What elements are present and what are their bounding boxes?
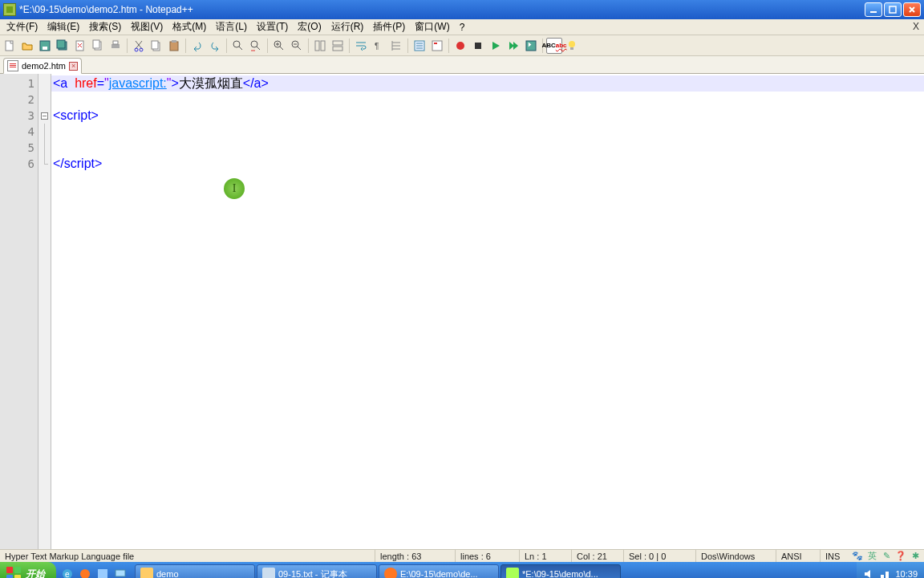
indent-guide-icon[interactable] (388, 38, 404, 54)
doc-map-icon[interactable] (429, 38, 445, 54)
tab-label: demo2.htm (22, 61, 66, 71)
find-icon[interactable] (230, 38, 246, 54)
save-macro-icon[interactable] (523, 38, 539, 54)
ql-app-icon[interactable] (95, 565, 111, 578)
window-buttons (865, 2, 921, 17)
sync-h-icon[interactable] (330, 38, 346, 54)
svg-rect-40 (881, 575, 884, 578)
line-gutter: 123456 (0, 74, 38, 549)
menu-macro[interactable]: 宏(O) (293, 18, 326, 35)
paste-icon[interactable] (166, 38, 182, 54)
menu-format[interactable]: 格式(M) (168, 18, 211, 35)
tray-volume-icon[interactable] (863, 568, 874, 578)
menu-file[interactable]: 文件(F) (2, 18, 43, 35)
svg-rect-10 (111, 44, 120, 48)
code-line-5[interactable] (51, 140, 924, 156)
stop-icon[interactable] (470, 38, 486, 54)
start-button[interactable]: 开始 (0, 562, 56, 578)
maximize-button[interactable] (884, 2, 902, 17)
status-col: Col : 21 (572, 550, 624, 562)
menu-settings[interactable]: 设置(T) (252, 18, 293, 35)
save-all-icon[interactable] (55, 38, 71, 54)
print-icon[interactable] (107, 38, 124, 54)
tab-close-icon[interactable]: × (69, 62, 78, 71)
cut-icon[interactable] (131, 38, 147, 54)
menu-plugin[interactable]: 插件(P) (368, 18, 410, 35)
svg-rect-25 (333, 47, 342, 51)
play-multi-icon[interactable] (505, 38, 521, 54)
minimize-button[interactable] (865, 2, 882, 17)
tray-gear-icon[interactable]: ✱ (910, 551, 921, 562)
code-line-2[interactable] (51, 92, 924, 108)
code-line-6[interactable]: </script> (51, 156, 924, 172)
status-tray: 🐾 英 ✎ ❓ ✱ (849, 551, 924, 562)
tray-network-icon[interactable] (879, 568, 890, 578)
lightbulb-icon[interactable] (564, 38, 580, 54)
status-length: length : 63 (375, 550, 456, 562)
play-icon[interactable] (488, 38, 504, 54)
code-area[interactable]: <a href="javascript:">大漠孤烟直</a> <script>… (51, 74, 924, 549)
show-all-icon[interactable]: ¶ (371, 38, 387, 54)
svg-rect-41 (886, 572, 889, 578)
svg-rect-22 (315, 41, 319, 51)
copy-icon[interactable] (148, 38, 164, 54)
svg-rect-16 (170, 42, 178, 51)
menubar-close[interactable]: X (913, 21, 919, 32)
ql-desktop-icon[interactable] (112, 565, 128, 578)
svg-rect-6 (57, 40, 65, 48)
code-line-3[interactable]: <script> (51, 108, 924, 124)
svg-text:e: e (65, 570, 70, 578)
tray-help-icon[interactable]: ❓ (895, 551, 906, 562)
tab-demo2[interactable]: demo2.htm × (3, 58, 82, 74)
zoom-in-icon[interactable] (271, 38, 287, 54)
task-notepad[interactable]: 09-15.txt - 记事本 (257, 564, 377, 578)
close-all-icon[interactable] (90, 38, 106, 54)
menu-lang[interactable]: 语言(L) (211, 18, 252, 35)
windows-logo-icon (6, 567, 21, 578)
close-file-icon[interactable] (72, 38, 88, 54)
statusbar: Hyper Text Markup Language file length :… (0, 549, 924, 562)
svg-point-33 (569, 41, 575, 47)
close-button[interactable] (903, 2, 921, 17)
status-ln: Ln : 1 (520, 550, 572, 562)
tray-ime-icon[interactable]: 英 (866, 551, 877, 562)
menu-view[interactable]: 视图(V) (126, 18, 168, 35)
undo-icon[interactable] (189, 38, 205, 54)
fold-box-icon[interactable] (41, 112, 48, 120)
redo-icon[interactable] (207, 38, 223, 54)
save-icon[interactable] (37, 38, 53, 54)
ql-ie-icon[interactable]: e (59, 565, 75, 578)
tray-paw-icon[interactable]: 🐾 (852, 551, 863, 562)
task-npp[interactable]: *E:\09-15\demo\d... (500, 564, 621, 578)
ql-firefox-icon[interactable] (77, 565, 93, 578)
menu-help[interactable]: ? (455, 20, 470, 35)
quick-launch: e (56, 565, 132, 578)
svg-rect-32 (526, 41, 536, 51)
open-icon[interactable] (19, 38, 35, 54)
task-demo[interactable]: demo (135, 564, 255, 578)
replace-icon[interactable] (248, 38, 264, 54)
code-line-1[interactable]: <a href="javascript:">大漠孤烟直</a> (51, 75, 924, 92)
svg-rect-24 (333, 41, 342, 45)
menu-edit[interactable]: 编辑(E) (43, 18, 84, 35)
tabbar: demo2.htm × (0, 56, 924, 74)
code-line-4[interactable] (51, 124, 924, 140)
new-icon[interactable] (2, 38, 18, 54)
status-ins: INS (821, 550, 849, 562)
tray-pencil-icon[interactable]: ✎ (881, 551, 892, 562)
svg-rect-31 (475, 43, 481, 49)
taskbar-clock[interactable]: 10:39 (895, 569, 918, 578)
menu-search[interactable]: 搜索(S) (84, 18, 126, 35)
app-icon (3, 3, 16, 16)
record-icon[interactable] (452, 38, 468, 54)
zoom-out-icon[interactable] (289, 38, 305, 54)
menu-run[interactable]: 运行(R) (326, 18, 369, 35)
wrap-icon[interactable] (353, 38, 369, 54)
menu-window[interactable]: 窗口(W) (410, 18, 454, 35)
spellcheck-icon[interactable]: ABCabc (546, 38, 562, 54)
editor[interactable]: 123456 <a href="javascript:">大漠孤烟直</a> <… (0, 74, 924, 549)
func-list-icon[interactable] (411, 38, 428, 54)
status-filetype: Hyper Text Markup Language file (0, 550, 375, 562)
sync-v-icon[interactable] (312, 38, 328, 54)
task-browser[interactable]: E:\09-15\demo\de... (379, 564, 499, 578)
